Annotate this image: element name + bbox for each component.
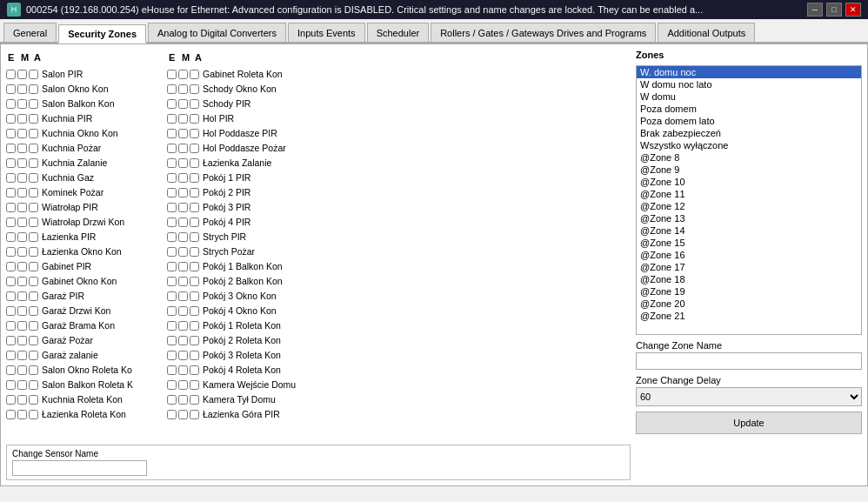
sensor-e-checkbox[interactable] <box>6 203 16 212</box>
sensor-m-checkbox[interactable] <box>178 99 188 109</box>
sensor-e-checkbox[interactable] <box>167 84 177 94</box>
sensor-m-checkbox[interactable] <box>178 291 188 301</box>
sensor-e-checkbox[interactable] <box>6 321 16 331</box>
sensor-m-checkbox[interactable] <box>17 365 27 375</box>
zone-item[interactable]: @Zone 19 <box>637 285 861 298</box>
zone-item[interactable]: Poza domem lato <box>637 115 861 127</box>
sensor-a-checkbox[interactable] <box>29 114 38 124</box>
sensor-e-checkbox[interactable] <box>167 351 177 360</box>
sensor-e-checkbox[interactable] <box>6 99 16 109</box>
sensor-a-checkbox[interactable] <box>190 291 199 301</box>
sensor-a-checkbox[interactable] <box>29 70 38 79</box>
sensor-e-checkbox[interactable] <box>167 380 177 390</box>
sensor-a-checkbox[interactable] <box>29 232 38 242</box>
sensor-m-checkbox[interactable] <box>178 380 188 390</box>
sensor-a-checkbox[interactable] <box>29 203 38 212</box>
sensor-m-checkbox[interactable] <box>178 158 188 168</box>
zone-item[interactable]: Poza domem <box>637 103 861 115</box>
sensor-e-checkbox[interactable] <box>167 410 177 419</box>
sensor-a-checkbox[interactable] <box>29 351 38 360</box>
sensor-m-checkbox[interactable] <box>17 129 27 138</box>
sensor-a-checkbox[interactable] <box>190 84 199 94</box>
sensor-a-checkbox[interactable] <box>190 129 199 138</box>
sensor-a-checkbox[interactable] <box>190 321 199 331</box>
sensor-e-checkbox[interactable] <box>167 114 177 124</box>
sensor-e-checkbox[interactable] <box>6 291 16 301</box>
zone-listbox[interactable]: W. domu nocW domu noc latoW domuPoza dom… <box>636 65 862 335</box>
zone-item[interactable]: @Zone 18 <box>637 273 861 285</box>
sensor-m-checkbox[interactable] <box>17 395 27 405</box>
sensor-a-checkbox[interactable] <box>190 395 199 405</box>
sensor-m-checkbox[interactable] <box>178 70 188 79</box>
sensor-m-checkbox[interactable] <box>178 351 188 360</box>
sensor-e-checkbox[interactable] <box>167 247 177 257</box>
sensor-m-checkbox[interactable] <box>17 410 27 419</box>
sensor-a-checkbox[interactable] <box>29 247 38 257</box>
sensor-m-checkbox[interactable] <box>17 203 27 212</box>
sensor-e-checkbox[interactable] <box>6 84 16 94</box>
sensor-m-checkbox[interactable] <box>178 262 188 271</box>
sensor-a-checkbox[interactable] <box>29 336 38 345</box>
zone-item[interactable]: W. domu noc <box>637 66 861 78</box>
sensor-e-checkbox[interactable] <box>6 410 16 419</box>
sensor-a-checkbox[interactable] <box>29 218 38 227</box>
sensor-m-checkbox[interactable] <box>178 277 188 286</box>
zone-item[interactable]: Brak zabezpieczeń <box>637 127 861 139</box>
sensor-m-checkbox[interactable] <box>178 129 188 138</box>
zone-item[interactable]: @Zone 9 <box>637 164 861 176</box>
sensor-e-checkbox[interactable] <box>6 380 16 390</box>
sensor-a-checkbox[interactable] <box>190 365 199 375</box>
sensor-m-checkbox[interactable] <box>178 321 188 331</box>
sensor-m-checkbox[interactable] <box>17 262 27 271</box>
sensor-e-checkbox[interactable] <box>167 321 177 331</box>
sensor-a-checkbox[interactable] <box>190 218 199 227</box>
sensor-a-checkbox[interactable] <box>29 262 38 271</box>
sensor-e-checkbox[interactable] <box>167 144 177 153</box>
zone-item[interactable]: @Zone 8 <box>637 151 861 164</box>
sensor-a-checkbox[interactable] <box>190 173 199 183</box>
sensor-a-checkbox[interactable] <box>190 247 199 257</box>
sensor-m-checkbox[interactable] <box>178 144 188 153</box>
sensor-m-checkbox[interactable] <box>178 232 188 242</box>
sensor-a-checkbox[interactable] <box>29 144 38 153</box>
sensor-m-checkbox[interactable] <box>17 277 27 286</box>
sensor-m-checkbox[interactable] <box>178 218 188 227</box>
zone-item[interactable]: Wszystko wyłączone <box>637 139 861 151</box>
sensor-a-checkbox[interactable] <box>29 277 38 286</box>
sensor-a-checkbox[interactable] <box>29 365 38 375</box>
sensor-e-checkbox[interactable] <box>6 336 16 345</box>
sensor-a-checkbox[interactable] <box>29 158 38 168</box>
sensor-a-checkbox[interactable] <box>29 306 38 316</box>
sensor-m-checkbox[interactable] <box>178 395 188 405</box>
sensor-a-checkbox[interactable] <box>29 188 38 197</box>
tab-general[interactable]: General <box>3 23 57 42</box>
sensor-m-checkbox[interactable] <box>178 410 188 419</box>
sensor-e-checkbox[interactable] <box>167 277 177 286</box>
sensor-m-checkbox[interactable] <box>17 321 27 331</box>
sensor-e-checkbox[interactable] <box>167 173 177 183</box>
sensor-m-checkbox[interactable] <box>17 70 27 79</box>
sensor-a-checkbox[interactable] <box>190 306 199 316</box>
sensor-e-checkbox[interactable] <box>167 395 177 405</box>
sensor-a-checkbox[interactable] <box>29 395 38 405</box>
sensor-e-checkbox[interactable] <box>6 158 16 168</box>
sensor-m-checkbox[interactable] <box>17 380 27 390</box>
sensor-name-input[interactable] <box>12 460 147 476</box>
sensor-e-checkbox[interactable] <box>6 70 16 79</box>
sensor-m-checkbox[interactable] <box>17 291 27 301</box>
sensor-a-checkbox[interactable] <box>29 84 38 94</box>
minimize-button[interactable]: ─ <box>807 3 823 17</box>
sensor-a-checkbox[interactable] <box>190 232 199 242</box>
sensor-a-checkbox[interactable] <box>190 262 199 271</box>
sensor-m-checkbox[interactable] <box>17 114 27 124</box>
sensor-e-checkbox[interactable] <box>167 336 177 345</box>
sensor-a-checkbox[interactable] <box>190 188 199 197</box>
sensor-m-checkbox[interactable] <box>17 306 27 316</box>
sensor-a-checkbox[interactable] <box>29 410 38 419</box>
sensor-a-checkbox[interactable] <box>190 410 199 419</box>
sensor-m-checkbox[interactable] <box>17 158 27 168</box>
zone-item[interactable]: W domu <box>637 90 861 103</box>
sensor-e-checkbox[interactable] <box>167 232 177 242</box>
zone-item[interactable]: @Zone 12 <box>637 200 861 212</box>
sensor-e-checkbox[interactable] <box>167 306 177 316</box>
